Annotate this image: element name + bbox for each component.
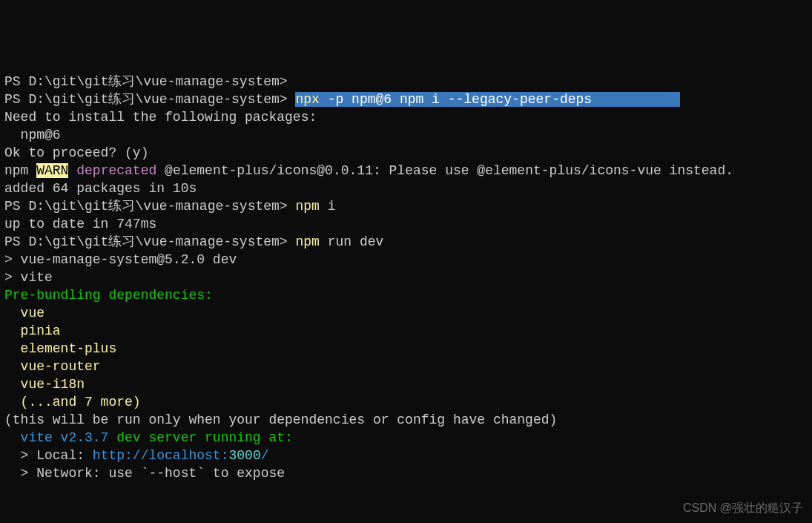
dep-line: element-plus [4,340,808,358]
output-line: Need to install the following packages: [4,108,808,126]
local-url-line: > Local: http://localhost:3000/ [4,447,808,464]
warn-line: npm WARN deprecated @element-plus/icons@… [4,162,808,180]
output-line: npm@6 [4,126,808,144]
output-line: added 64 packages in 10s [4,180,808,197]
output-line: > vite [4,269,808,286]
network-line: > Network: use `--host` to expose [4,464,808,482]
dep-line: (...and 7 more) [4,393,808,411]
output-line: up to date in 747ms [4,215,808,233]
prompt-line: PS D:\git\git练习\vue-manage-system> npm r… [4,233,808,251]
terminal-output[interactable]: PS D:\git\git练习\vue-manage-system>PS D:\… [4,73,808,482]
dep-line: pinia [4,322,808,340]
dep-line: vue-router [4,358,808,375]
prebundle-header: Pre-bundling dependencies: [4,286,808,304]
dep-line: vue-i18n [4,375,808,393]
output-line: > vue-manage-system@5.2.0 dev [4,251,808,269]
output-line: Ok to proceed? (y) [4,144,808,162]
vite-line: vite v2.3.7 dev server running at: [4,429,808,447]
dep-line: vue [4,304,808,322]
watermark: CSDN @强壮的糙汉子 [683,499,803,517]
prompt-line-highlighted: PS D:\git\git练习\vue-manage-system> npx -… [4,91,808,108]
prompt-line: PS D:\git\git练习\vue-manage-system> [4,73,808,91]
output-line: (this will be run only when your depende… [4,411,808,429]
prompt-line: PS D:\git\git练习\vue-manage-system> npm i [4,197,808,215]
